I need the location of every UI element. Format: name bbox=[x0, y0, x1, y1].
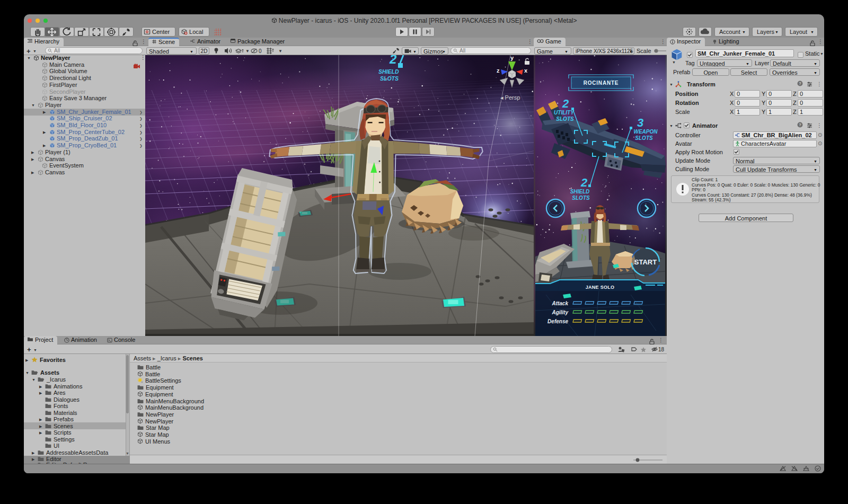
svg-text:▼: ▼ bbox=[245, 49, 250, 54]
svg-text:18: 18 bbox=[658, 347, 665, 352]
svg-text:SHIELD: SHIELD bbox=[378, 68, 399, 75]
svg-text:2: 2 bbox=[562, 97, 569, 110]
svg-text:Attack: Attack bbox=[551, 300, 568, 306]
svg-text:Agility: Agility bbox=[551, 310, 568, 315]
svg-text:y: y bbox=[510, 55, 514, 61]
svg-text:0: 0 bbox=[259, 48, 262, 54]
svg-text:JANE SOLO: JANE SOLO bbox=[586, 285, 615, 290]
svg-text:SLOTS: SLOTS bbox=[380, 75, 399, 82]
svg-text:2: 2 bbox=[389, 55, 397, 66]
svg-text:SHIELD: SHIELD bbox=[570, 189, 590, 194]
svg-text:?: ? bbox=[799, 81, 801, 86]
svg-text:2: 2 bbox=[580, 176, 588, 189]
svg-text:SLOTS: SLOTS bbox=[572, 195, 590, 201]
svg-text:ROCINANTE: ROCINANTE bbox=[584, 80, 619, 86]
svg-text:◂ Persp: ◂ Persp bbox=[500, 94, 520, 101]
svg-text:WEAPON: WEAPON bbox=[634, 129, 658, 135]
svg-text:SLOTS: SLOTS bbox=[556, 116, 574, 122]
svg-text:START: START bbox=[634, 258, 657, 266]
svg-text:▼: ▼ bbox=[278, 49, 282, 54]
svg-text:UTILITY: UTILITY bbox=[554, 110, 575, 116]
svg-text:?: ? bbox=[799, 122, 801, 127]
svg-text:SLOTS: SLOTS bbox=[635, 135, 653, 141]
svg-text:z: z bbox=[497, 67, 500, 74]
svg-text:x: x bbox=[524, 67, 528, 74]
svg-text:3: 3 bbox=[637, 116, 643, 129]
svg-text:Defense: Defense bbox=[547, 319, 568, 324]
